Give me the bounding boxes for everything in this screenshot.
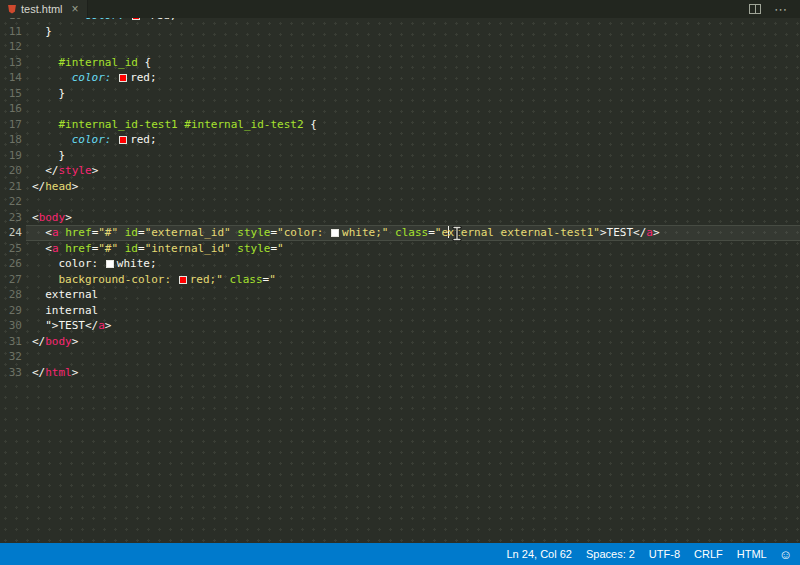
code-line-20[interactable]: 20 </style> xyxy=(0,163,800,179)
code-line-32[interactable]: 32 xyxy=(0,349,800,365)
code-editor[interactable]: 10 color: red;11 }1213 #internal_id {14 … xyxy=(0,18,800,543)
code-line-21[interactable]: 21</head> xyxy=(0,179,800,195)
code-line-24[interactable]: 24 <a href="#" id="external_id" style="c… xyxy=(0,225,800,241)
line-number[interactable]: 22 xyxy=(0,194,22,210)
code-line-17[interactable]: 17 #internal_id-test1 #internal_id-test2… xyxy=(0,117,800,133)
code-token xyxy=(118,242,125,255)
code-line-26[interactable]: 26 color: white; xyxy=(0,256,800,272)
line-number[interactable]: 16 xyxy=(0,101,22,117)
line-number[interactable]: 18 xyxy=(0,132,22,148)
code-line-13[interactable]: 13 #internal_id { xyxy=(0,55,800,71)
split-editor-icon[interactable] xyxy=(749,4,761,14)
line-number[interactable]: 12 xyxy=(0,39,22,55)
code-line-11[interactable]: 11 } xyxy=(0,24,800,40)
code-token: red; xyxy=(143,18,176,22)
code-line-16[interactable]: 16 xyxy=(0,101,800,117)
code-token: " xyxy=(269,273,276,286)
code-token: background-color: xyxy=(59,273,178,286)
code-token: style xyxy=(237,242,270,255)
code-line-22[interactable]: 22 xyxy=(0,194,800,210)
line-number[interactable]: 26 xyxy=(0,256,22,272)
line-number[interactable]: 25 xyxy=(0,241,22,257)
code-token: </ xyxy=(633,226,646,239)
code-line-15[interactable]: 15 } xyxy=(0,86,800,102)
line-number[interactable]: 31 xyxy=(0,334,22,350)
color-swatch[interactable] xyxy=(132,18,140,20)
line-number[interactable]: 23 xyxy=(0,210,22,226)
code-line-29[interactable]: 29 internal xyxy=(0,303,800,319)
line-number[interactable]: 33 xyxy=(0,365,22,381)
status-encoding[interactable]: UTF-8 xyxy=(642,548,687,560)
code-line-30[interactable]: 30 ">TEST</a> xyxy=(0,318,800,334)
code-token: < xyxy=(32,211,39,224)
code-text: color: red; xyxy=(32,18,176,24)
status-indentation[interactable]: Spaces: 2 xyxy=(579,548,642,560)
code-token: red; xyxy=(130,71,157,84)
code-line-25[interactable]: 25 <a href="#" id="internal_id" style=" xyxy=(0,241,800,257)
color-swatch[interactable] xyxy=(331,229,339,237)
code-token: = xyxy=(138,242,145,255)
line-number[interactable]: 32 xyxy=(0,349,22,365)
code-token: color: xyxy=(85,18,125,22)
code-text: } xyxy=(32,148,65,164)
feedback-smiley-icon[interactable]: ☺ xyxy=(774,548,800,561)
code-token: "#" xyxy=(98,242,118,255)
code-token: > xyxy=(600,226,607,239)
line-number[interactable]: 14 xyxy=(0,70,22,86)
line-number[interactable]: 17 xyxy=(0,117,22,133)
line-number[interactable]: 29 xyxy=(0,303,22,319)
color-swatch[interactable] xyxy=(119,136,127,144)
code-token: " xyxy=(277,242,284,255)
code-line-23[interactable]: 23<body> xyxy=(0,210,800,226)
code-text: #internal_id-test1 #internal_id-test2 { xyxy=(32,117,317,133)
code-line-33[interactable]: 33</html> xyxy=(0,365,800,381)
color-swatch[interactable] xyxy=(119,74,127,82)
code-text: <body> xyxy=(32,210,72,226)
code-line-31[interactable]: 31</body> xyxy=(0,334,800,350)
code-text: color: red; xyxy=(32,132,157,148)
line-number[interactable]: 11 xyxy=(0,24,22,40)
code-line-14[interactable]: 14 color: red; xyxy=(0,70,800,86)
code-token: #internal_id xyxy=(59,56,138,69)
line-number[interactable]: 13 xyxy=(0,55,22,71)
code-token xyxy=(118,226,125,239)
code-token: a xyxy=(646,226,653,239)
code-token: > xyxy=(72,180,79,193)
line-number[interactable]: 15 xyxy=(0,86,22,102)
color-swatch[interactable] xyxy=(179,276,187,284)
status-cursor-position[interactable]: Ln 24, Col 62 xyxy=(500,548,579,560)
code-line-12[interactable]: 12 xyxy=(0,39,800,55)
code-token xyxy=(112,133,119,146)
code-token: id xyxy=(125,226,138,239)
line-number[interactable]: 20 xyxy=(0,163,22,179)
code-line-19[interactable]: 19 } xyxy=(0,148,800,164)
line-number[interactable]: 28 xyxy=(0,287,22,303)
code-text: <a href="#" id="internal_id" style=" xyxy=(32,241,284,257)
line-number[interactable]: 19 xyxy=(0,148,22,164)
line-number[interactable]: 27 xyxy=(0,272,22,288)
code-token: style xyxy=(59,164,92,177)
code-token: > xyxy=(653,226,660,239)
editor-actions: ⋯ xyxy=(749,0,800,18)
code-line-27[interactable]: 27 background-color: red;" class=" xyxy=(0,272,800,288)
code-line-28[interactable]: 28 external xyxy=(0,287,800,303)
line-number[interactable]: 21 xyxy=(0,179,22,195)
code-token: html xyxy=(45,366,72,379)
code-text: #internal_id { xyxy=(32,55,151,71)
code-token: href xyxy=(65,226,92,239)
status-language-mode[interactable]: HTML xyxy=(730,548,774,560)
mouse-cursor-ibeam xyxy=(452,226,462,246)
tab-close-icon[interactable]: × xyxy=(72,3,79,15)
code-text: </html> xyxy=(32,365,78,381)
color-swatch[interactable] xyxy=(106,260,114,268)
code-token: class xyxy=(395,226,428,239)
line-number[interactable]: 24 xyxy=(0,225,22,241)
line-number[interactable]: 30 xyxy=(0,318,22,334)
code-line-18[interactable]: 18 color: red; xyxy=(0,132,800,148)
status-eol[interactable]: CRLF xyxy=(687,548,730,560)
code-token: { xyxy=(304,118,317,131)
code-token: red;" xyxy=(190,273,223,286)
more-actions-icon[interactable]: ⋯ xyxy=(774,3,788,16)
code-token: > xyxy=(72,366,79,379)
tab-test-html[interactable]: test.html × xyxy=(0,0,88,18)
